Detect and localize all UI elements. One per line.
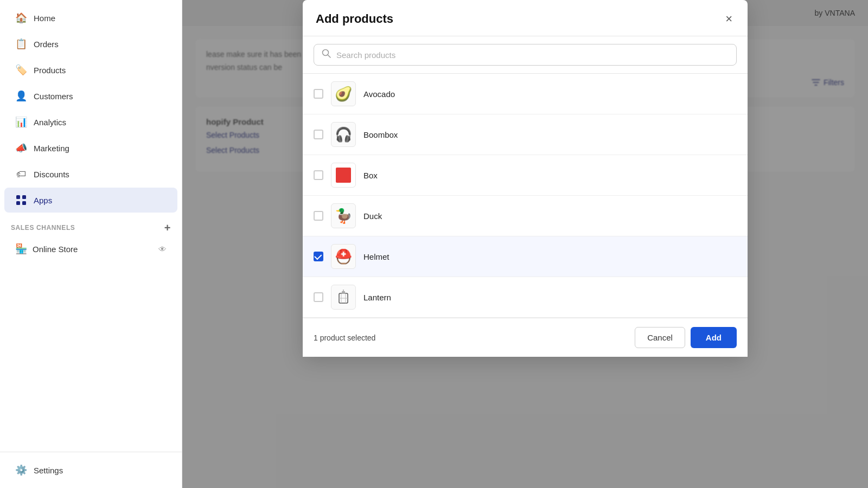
svg-rect-10 [342,291,345,294]
product-thumb-duck: 🦆 [331,203,356,228]
sales-channels-label: SALES CHANNELS [11,224,75,232]
sidebar-item-customers[interactable]: 👤 Customers [4,84,177,108]
product-name-lantern: Lantern [363,293,391,302]
product-checkbox-duck[interactable] [314,211,323,221]
modal-title: Add products [316,12,393,26]
analytics-icon: 📊 [15,116,27,128]
search-icon [322,49,331,61]
modal-close-button[interactable]: × [723,11,735,27]
sidebar-item-marketing[interactable]: 📣 Marketing [4,136,177,160]
sidebar-item-orders-label: Orders [34,40,59,49]
search-input[interactable] [336,50,729,60]
product-name-avocado: Avocado [363,89,395,99]
product-item-avocado[interactable]: 🥑 Avocado [303,74,748,114]
sidebar-item-marketing-label: Marketing [34,144,69,153]
product-name-boombox: Boombox [363,130,398,139]
search-input-wrap [314,44,737,66]
product-thumb-helmet: ⛑️ [331,244,356,269]
product-checkbox-boombox[interactable] [314,130,323,139]
product-checkbox-helmet[interactable] [314,252,323,261]
product-item-boombox[interactable]: 🎧 Boombox [303,114,748,155]
sidebar-item-apps-label: Apps [34,196,52,205]
sidebar: 🏠 Home 📋 Orders 🏷️ Products 👤 Customers … [0,0,182,488]
product-thumb-lantern [331,285,356,310]
sidebar-item-settings-label: Settings [34,466,63,475]
product-checkbox-box[interactable] [314,170,323,180]
product-list: 🥑 Avocado 🎧 Boombox Box 🦆 D [303,74,748,318]
product-thumb-avocado: 🥑 [331,81,356,106]
add-products-modal: Add products × 🥑 Avocado 🎧 [303,0,748,357]
footer-actions: Cancel Add [635,327,737,348]
product-name-box: Box [363,171,378,180]
apps-icon [15,194,27,206]
sidebar-item-customers-label: Customers [34,92,73,101]
modal-header: Add products × [303,0,748,36]
settings-icon: ⚙️ [15,464,27,476]
product-checkbox-lantern[interactable] [314,292,323,302]
product-name-helmet: Helmet [363,252,390,261]
online-store-label: Online Store [33,245,78,254]
sidebar-item-analytics-label: Analytics [34,118,66,127]
sidebar-item-settings[interactable]: ⚙️ Settings [4,458,177,483]
product-item-lantern[interactable]: Lantern [303,277,748,318]
product-item-duck[interactable]: 🦆 Duck [303,196,748,236]
products-icon: 🏷️ [15,64,27,76]
svg-rect-0 [16,195,20,199]
svg-rect-3 [22,201,26,205]
eye-icon: 👁 [158,245,167,254]
sidebar-item-products[interactable]: 🏷️ Products [4,57,177,82]
product-thumb-boombox: 🎧 [331,122,356,147]
selected-count-label: 1 product selected [314,333,375,342]
marketing-icon: 📣 [15,142,27,154]
sidebar-item-discounts-label: Discounts [34,170,69,179]
main-content-area: by VNTANA lease make sure it has been nv… [182,0,868,488]
sidebar-item-products-label: Products [34,66,66,75]
discounts-icon: 🏷 [15,168,27,180]
sidebar-item-online-store[interactable]: 🏪 Online Store 👁 [4,237,177,260]
product-name-duck: Duck [363,211,382,221]
sidebar-item-apps[interactable]: Apps [4,188,177,213]
product-item-helmet[interactable]: ⛑️ Helmet [303,236,748,277]
product-checkbox-avocado[interactable] [314,89,323,99]
product-thumb-box [331,163,356,188]
orders-icon: 📋 [15,38,27,50]
modal-footer: 1 product selected Cancel Add [303,318,748,357]
svg-rect-1 [22,195,26,199]
sidebar-item-discounts[interactable]: 🏷 Discounts [4,162,177,187]
sidebar-item-home-label: Home [34,14,55,23]
cancel-button[interactable]: Cancel [635,327,685,348]
sidebar-item-orders[interactable]: 📋 Orders [4,31,177,56]
svg-rect-2 [16,201,20,205]
sidebar-bottom: ⚙️ Settings [0,452,182,488]
customers-icon: 👤 [15,90,27,102]
sidebar-item-analytics[interactable]: 📊 Analytics [4,110,177,134]
add-button[interactable]: Add [691,327,737,348]
add-sales-channel-button[interactable]: + [164,222,171,233]
online-store-icon: 🏪 [15,243,27,255]
svg-line-5 [328,55,330,57]
sidebar-item-home[interactable]: 🏠 Home [4,5,177,30]
home-icon: 🏠 [15,12,27,24]
search-bar [303,36,748,74]
product-item-box[interactable]: Box [303,155,748,196]
sales-channels-section: SALES CHANNELS + [0,214,182,236]
